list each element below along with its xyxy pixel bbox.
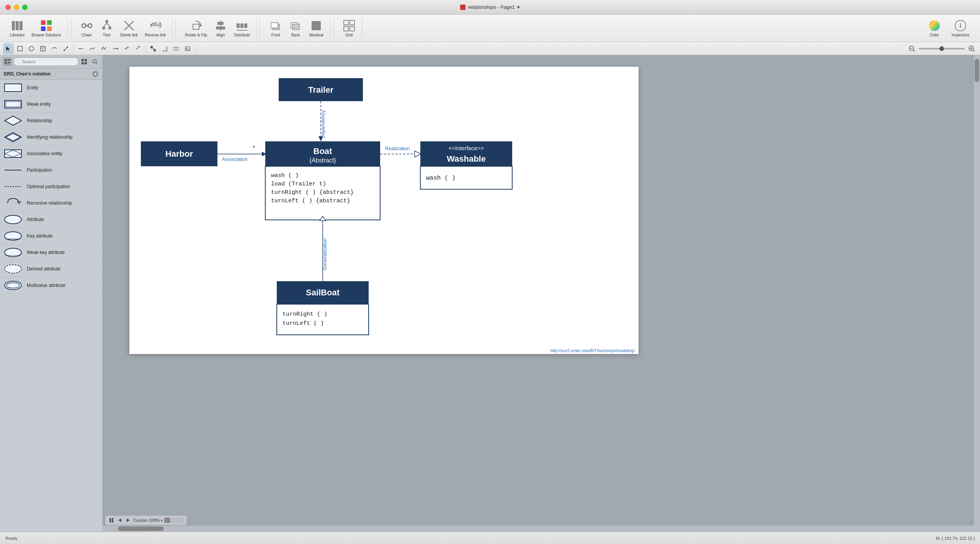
canvas-scrollbar-v[interactable] xyxy=(974,55,980,532)
close-button[interactable] xyxy=(5,5,11,10)
svg-rect-97 xyxy=(109,518,111,523)
connector-curved[interactable] xyxy=(133,43,144,54)
grid-view-button[interactable] xyxy=(80,57,89,66)
connector-elbow[interactable] xyxy=(121,43,132,54)
shape-item-identifying-relationship[interactable]: Identifying relationship xyxy=(0,129,102,146)
svg-marker-99 xyxy=(118,518,121,522)
shape-item-multivalue-attribute[interactable]: Multivalue attribute xyxy=(0,277,102,294)
zoom-out-button[interactable] xyxy=(906,43,917,54)
svg-rect-57 xyxy=(185,47,190,51)
svg-rect-74 xyxy=(82,62,84,64)
ellipse-tool[interactable] xyxy=(26,43,37,54)
color-button[interactable]: Color xyxy=(925,18,944,39)
shape-item-key-attribute[interactable]: Key attribute xyxy=(0,228,102,244)
zoom-in-button[interactable] xyxy=(966,43,977,54)
canvas-scrollbar-h[interactable] xyxy=(103,526,980,532)
front-icon xyxy=(270,20,282,32)
svg-rect-56 xyxy=(176,47,179,50)
bezier-tool[interactable] xyxy=(87,43,98,54)
rotate-flip-button[interactable]: Rotate & Flip xyxy=(182,18,210,39)
align-icon xyxy=(214,20,227,32)
svg-marker-81 xyxy=(5,116,21,125)
shape-item-optional-participation[interactable]: Optional participation xyxy=(0,179,102,195)
shape-item-weak-entity[interactable]: Weak entity xyxy=(0,96,102,113)
select-tool[interactable] xyxy=(3,43,14,54)
front-button[interactable]: Front xyxy=(266,18,285,39)
distribute-button[interactable]: Distribute xyxy=(231,18,253,39)
grid-button[interactable]: Grid xyxy=(340,18,359,39)
svg-rect-32 xyxy=(350,20,354,25)
identical-button[interactable]: Identical xyxy=(306,18,326,39)
browse-solutions-button[interactable]: Browse Solutions xyxy=(28,18,64,39)
multivalue-attribute-preview xyxy=(4,280,22,291)
chain-button[interactable]: Chain xyxy=(77,18,96,39)
svg-rect-0 xyxy=(12,21,15,30)
freehand-tool[interactable] xyxy=(60,43,71,54)
toolbar-group-grid: Grid xyxy=(336,18,362,39)
distribute-icon xyxy=(236,20,248,32)
shape-item-associative-entity[interactable]: Associative entity xyxy=(0,146,102,162)
pause-button[interactable] xyxy=(108,517,115,524)
weak-entity-preview xyxy=(4,98,22,110)
shape-item-derived-attribute[interactable]: Derived attribute xyxy=(0,261,102,277)
rect-tool[interactable] xyxy=(15,43,25,54)
statusbar: Ready M: [ 192.74, 102.10 ] xyxy=(0,532,980,544)
svg-point-10 xyxy=(105,20,108,23)
generalization-label: Generalization xyxy=(322,238,328,270)
library-close-button[interactable]: ✕ xyxy=(92,71,98,77)
sailboat-body-box xyxy=(277,304,369,335)
view-mode-2[interactable] xyxy=(171,518,177,523)
back-button[interactable]: Back xyxy=(286,18,305,39)
prev-page-button[interactable] xyxy=(116,517,123,524)
reverse-link-button[interactable]: Reverse link xyxy=(142,18,169,39)
sailboat-method-2: turnLeft ( ) xyxy=(283,320,324,327)
scrollbar-thumb-h[interactable] xyxy=(118,526,164,531)
shape-item-weak-key-attribute[interactable]: Weak key attribute xyxy=(0,244,102,261)
svg-rect-84 xyxy=(5,150,21,157)
svg-point-92 xyxy=(5,248,21,257)
next-page-button[interactable] xyxy=(125,517,132,524)
shape-item-relationship[interactable]: Relationship xyxy=(0,113,102,129)
align-button[interactable]: Align xyxy=(211,18,230,39)
zoom-dropdown[interactable]: ▾ xyxy=(161,518,163,523)
libraries-button[interactable]: Libraries xyxy=(7,18,28,39)
zoom-slider[interactable] xyxy=(919,48,965,49)
svg-marker-49 xyxy=(117,48,118,50)
tree-button[interactable]: Tree xyxy=(97,18,116,39)
search-toggle-button[interactable] xyxy=(90,57,99,66)
minimize-button[interactable] xyxy=(14,5,19,10)
search-input[interactable] xyxy=(13,57,78,66)
group-tool[interactable] xyxy=(171,43,181,54)
view-mode-3[interactable] xyxy=(178,518,184,523)
connector-straight[interactable] xyxy=(110,43,121,54)
shape-item-participation[interactable]: Participation xyxy=(0,162,102,179)
image-tool[interactable] xyxy=(182,43,193,54)
view-mode-1[interactable] xyxy=(164,518,170,523)
edit-points-tool[interactable] xyxy=(148,43,158,54)
maximize-button[interactable] xyxy=(22,5,28,10)
toolbar-sep-4 xyxy=(333,19,333,38)
attribute-label: Attribute xyxy=(27,217,44,222)
canvas-area[interactable]: Trailer Dependency Boat {Abstract} wash … xyxy=(103,55,980,532)
shape-item-entity[interactable]: Entity xyxy=(0,80,102,96)
svg-rect-2 xyxy=(20,21,23,30)
inspectors-button[interactable]: i Inspectors xyxy=(949,18,972,39)
scrollbar-thumb-v[interactable] xyxy=(975,59,979,82)
list-view-button[interactable] xyxy=(3,57,12,66)
line-tool[interactable] xyxy=(75,43,86,54)
zoom-thumb[interactable] xyxy=(939,46,944,51)
svg-rect-29 xyxy=(292,24,299,29)
diagram-canvas[interactable]: Trailer Dependency Boat {Abstract} wash … xyxy=(129,67,639,354)
svg-rect-4 xyxy=(47,20,52,25)
delete-link-button[interactable]: Delete link xyxy=(117,18,141,39)
shape-item-recursive-relationship[interactable]: Recursive relationship xyxy=(0,195,102,211)
svg-rect-1 xyxy=(16,21,19,30)
resize-tool[interactable] xyxy=(159,43,170,54)
poly-line-tool[interactable] xyxy=(98,43,109,54)
table-tool[interactable] xyxy=(38,43,48,54)
resize-handle[interactable] xyxy=(968,519,973,525)
shape-item-attribute[interactable]: Attribute xyxy=(0,211,102,228)
svg-rect-98 xyxy=(112,518,113,523)
connector-tool[interactable] xyxy=(49,43,60,54)
svg-rect-78 xyxy=(5,84,21,92)
